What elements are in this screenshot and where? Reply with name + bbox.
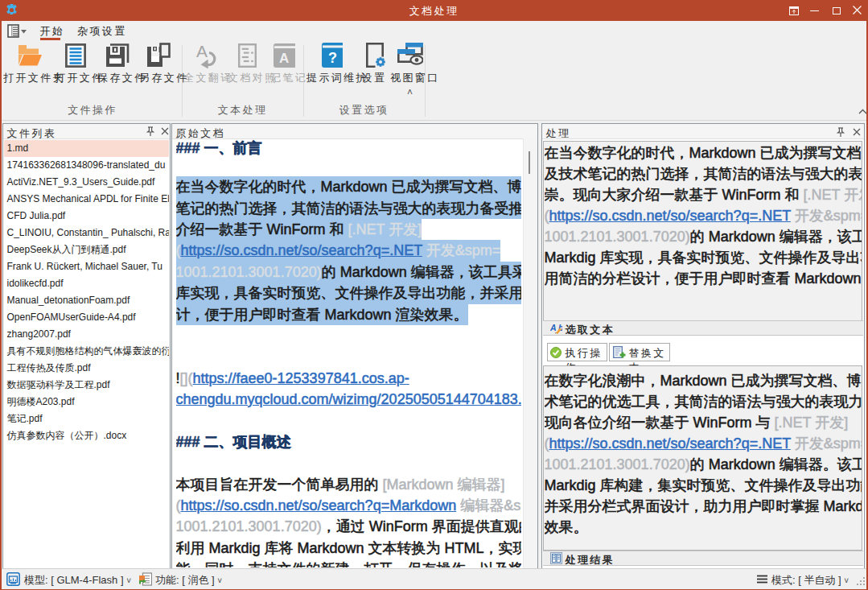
svg-text:Ab: Ab xyxy=(550,323,562,332)
svg-text:A: A xyxy=(196,43,208,60)
svg-text:?: ? xyxy=(328,49,337,65)
svg-text:A: A xyxy=(279,51,289,66)
